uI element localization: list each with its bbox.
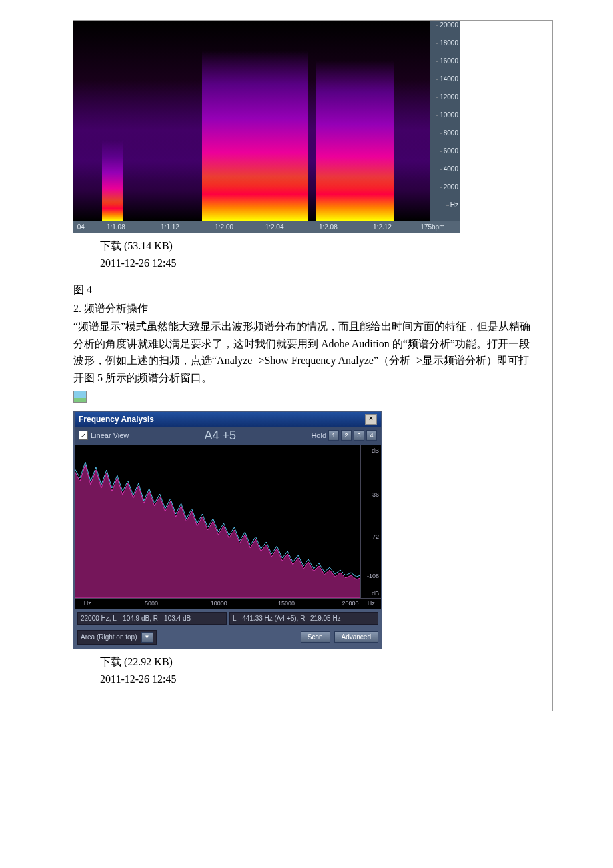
status-cursor: 22000 Hz, L=-104.9 dB, R=-103.4 dB xyxy=(77,612,227,625)
image-placeholder-icon xyxy=(73,391,87,403)
y-tick: 6000 xyxy=(444,147,458,155)
hold-button-2[interactable]: 2 xyxy=(341,430,352,441)
frequency-analysis-window: Frequency Analysis × ✓ Linear View A4 +5… xyxy=(73,411,382,649)
figure-number: 图 4 xyxy=(73,281,539,299)
fy-tick: dB xyxy=(372,590,379,597)
x-tick: 1:2.08 xyxy=(319,223,338,231)
x-tick: 1:2.04 xyxy=(265,223,284,231)
hold-button-1[interactable]: 1 xyxy=(328,430,339,441)
y-tick: 20000 xyxy=(440,21,458,29)
view-mode-dropdown[interactable]: Area (Right on top) ▼ xyxy=(77,630,157,645)
linear-view-label: Linear View xyxy=(91,431,129,439)
timestamp: 2011-12-26 12:45 xyxy=(100,673,539,685)
y-tick: 18000 xyxy=(440,39,458,47)
y-tick: 12000 xyxy=(440,93,458,101)
section-heading: 2. 频谱分析操作 xyxy=(73,300,539,317)
scan-button[interactable]: Scan xyxy=(301,631,330,643)
frequency-curve[interactable] xyxy=(75,445,360,598)
window-titlebar[interactable]: Frequency Analysis × xyxy=(75,412,381,427)
hold-label: Hold xyxy=(311,431,326,439)
fx-tick: 15000 xyxy=(278,600,295,607)
fy-tick: -36 xyxy=(370,491,379,498)
fx-tick: 20000 xyxy=(342,600,358,607)
hold-button-4[interactable]: 4 xyxy=(366,430,377,441)
y-tick: 14000 xyxy=(440,75,458,83)
x-tick: 1:2.00 xyxy=(215,223,233,231)
window-footer: Area (Right on top) ▼ Scan Advanced xyxy=(75,627,381,647)
spectrogram-y-axis: 20000 18000 16000 14000 12000 10000 8000… xyxy=(430,21,460,221)
close-icon[interactable]: × xyxy=(365,414,377,425)
fx-tick: Hz xyxy=(368,600,375,607)
paragraph: “频谱显示”模式虽然能大致显示出波形频谱分布的情况，而且能给出时间方面的特征，但… xyxy=(73,318,539,386)
x-tick: 04 xyxy=(77,223,85,231)
document-cell: 20000 18000 16000 14000 12000 10000 8000… xyxy=(73,20,553,711)
fy-tick: -72 xyxy=(370,533,379,540)
image-caption-2: 下载 (22.92 KB) 2011-12-26 12:45 xyxy=(73,655,539,685)
fx-tick: Hz xyxy=(84,600,91,607)
spectrogram-canvas xyxy=(73,21,430,221)
y-tick: 4000 xyxy=(444,165,458,173)
status-bar: 22000 Hz, L=-104.9 dB, R=-103.4 dB L= 44… xyxy=(75,609,381,627)
x-tick: 1:1.12 xyxy=(161,223,179,231)
x-tick: 1:1.08 xyxy=(107,223,125,231)
linear-view-checkbox[interactable]: ✓ Linear View xyxy=(79,431,129,440)
hold-button-3[interactable]: 3 xyxy=(354,430,364,441)
y-tick: 8000 xyxy=(444,129,458,137)
frequency-y-axis: dB -36 -72 -108 dB xyxy=(360,445,381,598)
spectrogram-figure: 20000 18000 16000 14000 12000 10000 8000… xyxy=(73,21,460,221)
image-caption-1: 下载 (53.14 KB) 2011-12-26 12:45 xyxy=(73,239,539,269)
y-tick: 10000 xyxy=(440,111,458,119)
freq-toolbar: ✓ Linear View A4 +5 Hold 1 2 3 4 xyxy=(75,427,381,445)
fx-tick: 5000 xyxy=(145,600,158,607)
y-tick: 2000 xyxy=(444,183,458,191)
y-tick: Hz xyxy=(450,201,458,209)
fy-tick: -108 xyxy=(367,573,379,579)
dropdown-value: Area (Right on top) xyxy=(81,633,137,641)
spectrogram-x-axis: 04 1:1.08 1:1.12 1:2.00 1:2.04 1:2.08 1:… xyxy=(73,221,460,233)
fx-tick: 10000 xyxy=(211,600,227,607)
fy-tick: dB xyxy=(372,447,379,454)
timestamp: 2011-12-26 12:45 xyxy=(100,257,539,269)
frequency-plot: dB -36 -72 -108 dB xyxy=(75,445,381,598)
frequency-x-axis: Hz 5000 10000 15000 20000 Hz xyxy=(75,598,381,609)
chevron-down-icon[interactable]: ▼ xyxy=(141,632,153,643)
note-readout: A4 +5 xyxy=(129,429,311,443)
checkbox-icon[interactable]: ✓ xyxy=(79,431,88,440)
window-title: Frequency Analysis xyxy=(79,415,154,424)
download-link[interactable]: 下载 (22.92 KB) xyxy=(100,655,539,669)
tempo-label: 175bpm xyxy=(420,223,444,231)
download-link[interactable]: 下载 (53.14 KB) xyxy=(100,239,539,253)
status-peak: L= 441.33 Hz (A4 +5), R= 219.05 Hz xyxy=(229,612,378,625)
advanced-button[interactable]: Advanced xyxy=(334,631,378,643)
x-tick: 1:2.12 xyxy=(373,223,392,231)
y-tick: 16000 xyxy=(440,57,458,65)
hold-controls: Hold 1 2 3 4 xyxy=(311,430,377,441)
